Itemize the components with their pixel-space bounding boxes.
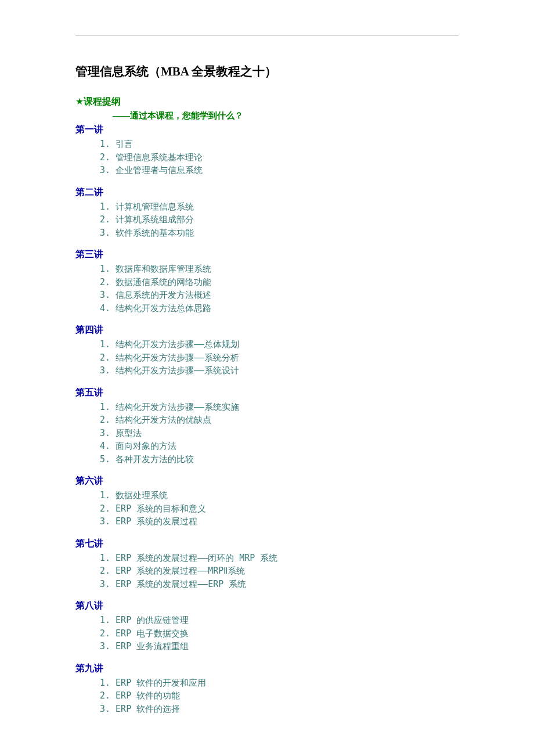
section-title: 第八讲	[75, 600, 459, 612]
list-item: 2. 管理信息系统基本理论	[100, 151, 459, 164]
list-item: 1. ERP 的供应链管理	[100, 614, 459, 627]
section-title: 第九讲	[75, 663, 459, 675]
list-item: 1. 数据库和数据库管理系统	[100, 262, 459, 276]
section-block: 第九讲 1. ERP 软件的开发和应用 2. ERP 软件的功能 3. ERP …	[75, 663, 459, 716]
section-block: 第七讲 1. ERP 系统的发展过程——闭环的 MRP 系统 2. ERP 系统…	[75, 538, 459, 591]
list-item: 1. 计算机管理信息系统	[100, 200, 459, 214]
list-item: 2. ERP 系统的发展过程——MRPⅡ系统	[100, 564, 459, 578]
section-title: 第三讲	[75, 249, 459, 261]
list-item: 2. 结构化开发方法步骤——系统分析	[100, 351, 459, 365]
section-title: 第一讲	[75, 124, 459, 136]
list-item: 3. ERP 业务流程重组	[100, 640, 459, 653]
top-divider	[75, 35, 459, 35]
section-block: 第二讲 1. 计算机管理信息系统 2. 计算机系统组成部分 3. 软件系统的基本…	[75, 186, 459, 240]
list-item: 1. ERP 软件的开发和应用	[100, 676, 459, 690]
list-item: 1. 数据处理系统	[100, 489, 459, 502]
list-item: 2. 数据通信系统的网络功能	[100, 276, 459, 289]
list-item: 3. ERP 系统的发展过程——ERP 系统	[100, 578, 459, 591]
list-item: 3. 结构化开发方法步骤——系统设计	[100, 364, 459, 377]
list-item: 1. 结构化开发方法步骤——系统实施	[100, 401, 459, 414]
list-item: 3. 信息系统的开发方法概述	[100, 289, 459, 302]
list-item: 5. 各种开发方法的比较	[100, 453, 459, 466]
list-item: 3. ERP 软件的选择	[100, 703, 459, 716]
list-item: 2. 计算机系统组成部分	[100, 213, 459, 226]
section-title: 第四讲	[75, 324, 459, 336]
list-item: 2. ERP 电子数据交换	[100, 627, 459, 640]
section-title: 第七讲	[75, 538, 459, 550]
section-block: 第六讲 1. 数据处理系统 2. ERP 系统的目标和意义 3. ERP 系统的…	[75, 475, 459, 528]
list-item: 2. ERP 系统的目标和意义	[100, 502, 459, 516]
outline-label: 课程提纲	[84, 96, 121, 106]
course-outline-heading: ★课程提纲	[75, 96, 459, 108]
list-item: 3. 软件系统的基本功能	[100, 226, 459, 240]
section-title: 第五讲	[75, 387, 459, 399]
section-title: 第二讲	[75, 186, 459, 199]
section-block: 第四讲 1. 结构化开发方法步骤——总体规划 2. 结构化开发方法步骤——系统分…	[75, 324, 459, 377]
section-block: 第三讲 1. 数据库和数据库管理系统 2. 数据通信系统的网络功能 3. 信息系…	[75, 249, 459, 315]
document-title: 管理信息系统（MBA 全景教程之十）	[75, 63, 459, 80]
list-item: 2. 结构化开发方法的优缺点	[100, 413, 459, 427]
section-title: 第六讲	[75, 475, 459, 487]
list-item: 3. 企业管理者与信息系统	[100, 164, 459, 177]
list-item: 3. ERP 系统的发展过程	[100, 515, 459, 528]
star-icon: ★	[75, 96, 84, 106]
list-item: 2. ERP 软件的功能	[100, 689, 459, 703]
section-block: 第八讲 1. ERP 的供应链管理 2. ERP 电子数据交换 3. ERP 业…	[75, 600, 459, 653]
section-block: 第一讲 1. 引言 2. 管理信息系统基本理论 3. 企业管理者与信息系统	[75, 124, 459, 177]
list-item: 1. 结构化开发方法步骤——总体规划	[100, 338, 459, 351]
list-item: 4. 结构化开发方法总体思路	[100, 302, 459, 315]
course-outline-subtitle: ——通过本课程，您能学到什么？	[113, 110, 459, 121]
list-item: 3. 原型法	[100, 427, 459, 440]
list-item: 1. 引言	[100, 138, 459, 151]
list-item: 4. 面向对象的方法	[100, 440, 459, 453]
list-item: 1. ERP 系统的发展过程——闭环的 MRP 系统	[100, 552, 459, 565]
section-block: 第五讲 1. 结构化开发方法步骤——系统实施 2. 结构化开发方法的优缺点 3.…	[75, 387, 459, 466]
